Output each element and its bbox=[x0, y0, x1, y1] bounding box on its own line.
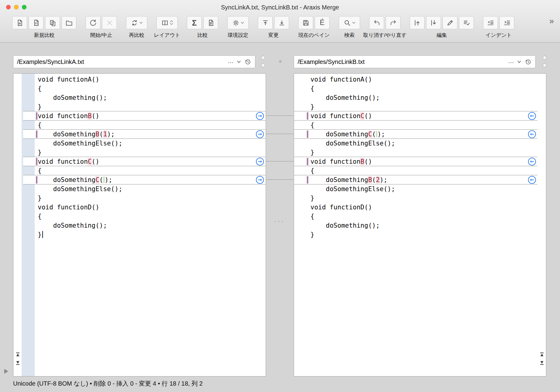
chevron-down-icon[interactable] bbox=[517, 61, 521, 63]
path-options-button[interactable]: … bbox=[508, 58, 514, 65]
code-text: ); bbox=[105, 176, 112, 184]
toolbar-overflow-button[interactable]: » bbox=[549, 17, 554, 25]
code-text: { bbox=[310, 85, 314, 92]
new-folder-comparison-button[interactable] bbox=[61, 16, 76, 29]
toolbar-group-label: 再比較 bbox=[129, 32, 145, 39]
goto-line-up-button[interactable] bbox=[410, 16, 425, 29]
new-binary-comparison-button[interactable]: 01 bbox=[29, 16, 44, 29]
history-icon[interactable] bbox=[525, 58, 532, 65]
status-bar: Unicode (UTF-8 BOM なし) • 削除 0 - 挿入 0 - 変… bbox=[13, 380, 203, 387]
left-code-pane[interactable]: void functionA(){ doSomething();}→void f… bbox=[13, 73, 266, 376]
sigma-button[interactable]: Σ bbox=[187, 16, 202, 29]
goto-line-up-icon bbox=[413, 19, 421, 27]
copy-change-to-right-button[interactable]: → bbox=[256, 130, 264, 138]
code-text: } bbox=[38, 149, 42, 156]
copy-change-to-right-button[interactable]: → bbox=[256, 158, 264, 166]
gear-button[interactable] bbox=[227, 16, 249, 29]
file-path-left[interactable]: /Examples/SyncLinkA.txt bbox=[17, 58, 225, 65]
indent-button[interactable] bbox=[499, 16, 514, 29]
splitter-expand-arrow[interactable] bbox=[4, 369, 8, 374]
report-button[interactable] bbox=[203, 16, 218, 29]
undo-button[interactable] bbox=[369, 16, 384, 29]
minimize-window-button[interactable] bbox=[14, 5, 19, 9]
toolbar-group: インデント bbox=[483, 16, 514, 29]
chevron-down-icon[interactable] bbox=[237, 61, 241, 63]
redo-button[interactable] bbox=[386, 16, 401, 29]
zoom-window-button[interactable] bbox=[22, 5, 26, 9]
close-window-button[interactable] bbox=[6, 5, 11, 9]
right-code-pane[interactable]: void functionA(){ doSomething();}←void f… bbox=[294, 73, 546, 376]
scroll-to-last-change-button[interactable] bbox=[15, 361, 20, 365]
code-text: () bbox=[92, 112, 99, 120]
code-text: () bbox=[364, 158, 372, 165]
copy-change-to-right-button[interactable]: → bbox=[256, 176, 264, 184]
changed-text: 2 bbox=[376, 176, 380, 184]
code-text: } bbox=[38, 231, 42, 238]
edit-warning-button[interactable] bbox=[443, 16, 457, 29]
save-button[interactable] bbox=[298, 16, 313, 29]
code-text: ( bbox=[99, 131, 103, 138]
new-image-comparison-button[interactable] bbox=[45, 16, 60, 29]
code-line: doSomethingC(); bbox=[294, 130, 546, 139]
encoding-button[interactable]: É bbox=[315, 16, 330, 29]
stop-button[interactable] bbox=[102, 16, 117, 29]
scroll-to-first-change-button[interactable] bbox=[539, 352, 544, 357]
changed-text: B bbox=[88, 112, 92, 120]
code-line: { bbox=[13, 166, 266, 175]
code-line: } bbox=[294, 194, 546, 203]
scroll-to-last-change-button[interactable] bbox=[539, 361, 544, 365]
copy-change-to-right-button[interactable]: → bbox=[256, 112, 264, 120]
new-image-comparison-icon bbox=[49, 19, 57, 27]
history-icon[interactable] bbox=[244, 58, 251, 65]
text-cursor bbox=[42, 231, 43, 238]
copy-change-to-left-button[interactable]: ← bbox=[528, 130, 536, 138]
last-change-button[interactable] bbox=[274, 16, 289, 29]
file-path-right[interactable]: /Examples/SyncLinkB.txt bbox=[298, 58, 506, 65]
start-button[interactable] bbox=[86, 16, 100, 29]
search-button[interactable] bbox=[339, 16, 360, 29]
toolbar-group: 取り消す/やり直す bbox=[369, 16, 401, 29]
code-text: doSomething bbox=[310, 131, 368, 138]
pane-link-toggle[interactable] bbox=[261, 63, 265, 67]
path-options-button[interactable]: … bbox=[228, 58, 234, 65]
header-link-dot[interactable] bbox=[279, 60, 282, 63]
gear-icon bbox=[232, 19, 240, 27]
file-path-header-left[interactable]: /Examples/SyncLinkA.txt … bbox=[13, 55, 255, 68]
code-line: doSomethingC(); bbox=[13, 175, 266, 184]
code-line: doSomethingB(2); bbox=[294, 175, 546, 184]
copy-change-to-left-button[interactable]: ← bbox=[528, 112, 536, 120]
outdent-icon bbox=[487, 19, 495, 27]
code-line: { bbox=[294, 84, 546, 93]
pane-link-toggle[interactable] bbox=[543, 63, 547, 67]
redo-icon bbox=[389, 19, 397, 27]
file-path-header-right[interactable]: /Examples/SyncLinkB.txt … bbox=[294, 55, 536, 68]
code-text: doSomethingElse(); bbox=[38, 140, 122, 147]
copy-change-to-left-button[interactable]: ← bbox=[528, 176, 536, 184]
code-text: { bbox=[310, 167, 314, 174]
new-text-comparison-button[interactable] bbox=[12, 16, 27, 29]
code-text: { bbox=[38, 213, 42, 220]
code-text: } bbox=[38, 103, 42, 110]
first-change-button[interactable] bbox=[258, 16, 273, 29]
goto-line-down-button[interactable] bbox=[426, 16, 441, 29]
code-text: doSomethingElse(); bbox=[38, 185, 122, 193]
toolbar-group-label: 新規比較 bbox=[34, 32, 55, 39]
code-line: { bbox=[13, 121, 266, 130]
pane-link-toggle[interactable] bbox=[261, 56, 265, 60]
code-text: doSomethingElse(); bbox=[310, 185, 395, 193]
layout-button[interactable] bbox=[156, 16, 178, 29]
accept-lines-button[interactable] bbox=[459, 16, 474, 29]
code-text: { bbox=[38, 85, 42, 92]
pane-link-toggle[interactable] bbox=[543, 56, 547, 60]
scroll-to-first-change-button[interactable] bbox=[15, 352, 20, 357]
code-text: doSomething(); bbox=[38, 94, 107, 101]
accept-lines-icon bbox=[463, 19, 471, 27]
code-line: } bbox=[13, 194, 266, 203]
code-line: void functionB() bbox=[13, 111, 266, 121]
code-line: } bbox=[294, 148, 546, 157]
recompare-button[interactable] bbox=[126, 16, 147, 29]
outdent-button[interactable] bbox=[483, 16, 498, 29]
copy-change-to-left-button[interactable]: ← bbox=[528, 158, 536, 166]
save-icon bbox=[302, 19, 310, 27]
start-icon bbox=[89, 19, 97, 27]
